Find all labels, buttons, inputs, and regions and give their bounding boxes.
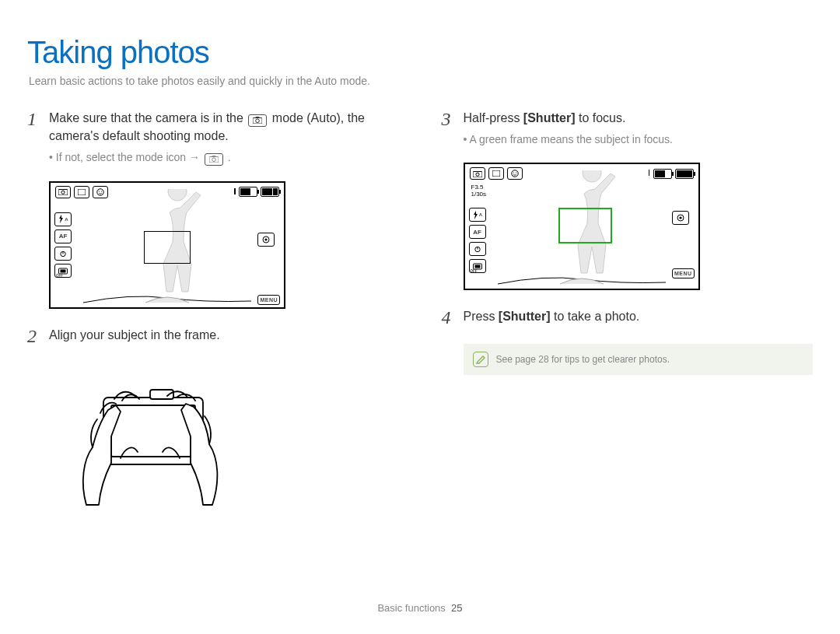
svg-rect-4 (212, 156, 215, 157)
camera-lcd-step3: F3.5 1/30s A AF OFF MENU (464, 163, 700, 290)
camera-mode-icon (248, 114, 267, 127)
page-footer: Basic functions 25 (0, 602, 840, 614)
shutter-label: [Shutter] (499, 310, 551, 323)
battery-icon-b (675, 169, 694, 179)
step1-text-a: Make sure that the camera is in the (49, 111, 243, 124)
page-subtitle: Learn basic actions to take photos easil… (29, 75, 813, 87)
step-number: 4 (442, 307, 464, 328)
battery-icon-b (261, 187, 279, 197)
step-number: 1 (27, 109, 49, 166)
footer-section: Basic functions (377, 602, 445, 614)
note-icon (473, 352, 488, 367)
svg-rect-15 (61, 269, 66, 272)
step-body: Align your subject in the frame. (49, 326, 399, 346)
step-3: 3 Half-press [Shutter] to focus. A green… (442, 109, 814, 147)
shutter-speed-value: 1/30s (471, 191, 487, 198)
af-btn: AF (54, 229, 72, 243)
svg-rect-30 (474, 265, 480, 268)
step3-bullet: A green frame means the subject in focus… (464, 131, 814, 147)
step-body: Press [Shutter] to take a photo. (464, 307, 814, 328)
timer-off-btn: OFF (469, 242, 486, 256)
lcd-sidebar-left: A AF OFF (469, 208, 486, 273)
flash-auto-btn: A (469, 208, 486, 222)
lcd-sidebar-left: A AF OFF (54, 212, 72, 278)
svg-point-17 (265, 238, 268, 240)
hands-holding-camera (49, 366, 251, 511)
svg-rect-8 (78, 189, 86, 195)
mode-icon (55, 186, 71, 198)
focus-frame (144, 231, 191, 264)
step4-text-b: to take a photo. (551, 310, 640, 323)
svg-rect-23 (492, 170, 500, 177)
svg-point-9 (97, 189, 103, 195)
step-body: Half-press [Shutter] to focus. A green f… (464, 109, 814, 147)
camera-mode-icon-small (205, 153, 223, 166)
step-number: 2 (27, 326, 49, 346)
face-icon (507, 167, 523, 180)
svg-point-11 (101, 191, 102, 191)
ground-shape (83, 293, 317, 304)
step1-bullet: If not, select the mode icon → . (49, 149, 399, 166)
face-icon (93, 186, 108, 198)
step2-text: Align your subject in the frame. (49, 328, 220, 342)
step4-text-a: Press (464, 310, 499, 323)
battery-icon-a (653, 169, 672, 179)
tip-note: See page 28 for tips to get clearer phot… (464, 344, 814, 375)
step3-text-a: Half-press (464, 111, 523, 124)
left-column: 1 Make sure that the camera is in the mo… (27, 109, 399, 514)
flash-auto-btn: A (54, 212, 72, 226)
focus-frame-green (558, 208, 612, 243)
aspect-icon (74, 186, 89, 198)
ground-shape (498, 275, 731, 285)
record-btn (672, 211, 689, 225)
step-1: 1 Make sure that the camera is in the mo… (27, 109, 399, 166)
battery-icon-a (239, 187, 257, 197)
svg-point-10 (99, 191, 100, 191)
svg-point-2 (256, 119, 260, 123)
right-column: 3 Half-press [Shutter] to focus. A green… (442, 109, 814, 514)
svg-rect-1 (256, 117, 260, 118)
svg-point-22 (475, 173, 478, 176)
step-2: 2 Align your subject in the frame. (27, 326, 399, 346)
step3-text-b: to focus. (576, 111, 626, 124)
footer-page: 25 (451, 602, 462, 614)
svg-point-25 (513, 173, 513, 173)
page-title: Taking photos (27, 35, 813, 70)
svg-point-5 (212, 158, 216, 162)
af-btn: AF (469, 225, 486, 239)
exposure-readout: F3.5 1/30s (471, 184, 487, 198)
step-body: Make sure that the camera is in the mode… (49, 109, 399, 166)
svg-point-24 (511, 170, 517, 177)
note-text: See page 28 for tips to get clearer phot… (496, 354, 670, 365)
mode-icon (470, 167, 485, 180)
svg-point-26 (516, 173, 516, 173)
step1-bullet-a: If not, select the mode icon → (56, 151, 203, 163)
step-number: 3 (442, 109, 464, 147)
camera-lcd-step1: A AF OFF MENU (49, 181, 285, 309)
lcd-sidebar-right: MENU (672, 211, 695, 278)
record-btn (257, 233, 275, 247)
svg-point-7 (61, 191, 65, 194)
step-4: 4 Press [Shutter] to take a photo. (442, 307, 814, 328)
step1-bullet-b: . (228, 151, 231, 163)
svg-point-32 (679, 217, 681, 219)
timer-off-btn: OFF (54, 247, 72, 261)
shutter-label: [Shutter] (523, 111, 576, 124)
aspect-icon (488, 167, 504, 180)
